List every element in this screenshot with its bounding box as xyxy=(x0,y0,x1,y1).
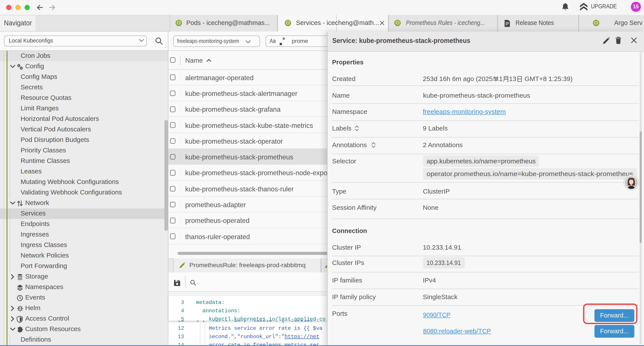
svg-text:HELM: HELM xyxy=(18,308,22,309)
